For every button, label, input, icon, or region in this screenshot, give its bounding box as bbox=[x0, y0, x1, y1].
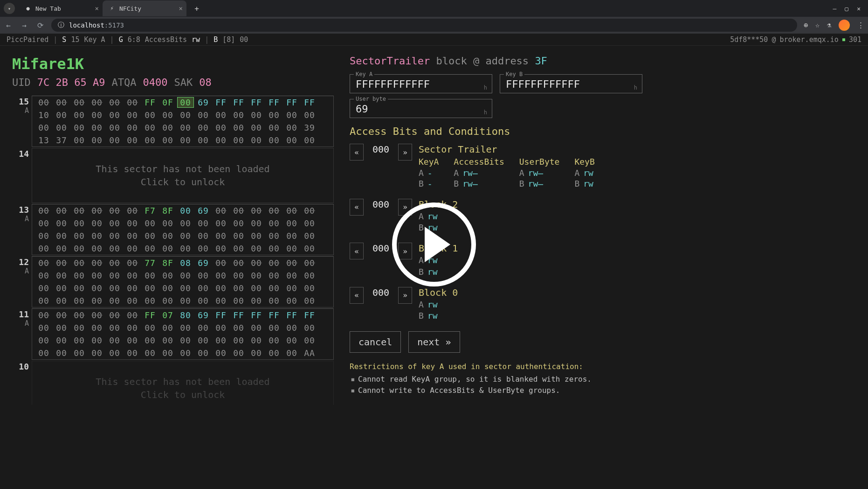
hex-byte[interactable]: 00 bbox=[231, 258, 247, 268]
user-byte-field[interactable]: User byte h bbox=[350, 99, 492, 118]
hex-byte[interactable]: 00 bbox=[71, 231, 87, 241]
hex-byte[interactable]: 8F bbox=[160, 206, 176, 216]
hex-byte[interactable]: 00 bbox=[107, 335, 123, 345]
hex-byte[interactable]: 00 bbox=[213, 258, 229, 268]
hex-byte[interactable]: 00 bbox=[302, 218, 317, 228]
hex-byte[interactable]: 00 bbox=[284, 323, 300, 333]
hex-byte[interactable]: 00 bbox=[302, 283, 317, 293]
hex-byte[interactable]: 00 bbox=[89, 123, 105, 133]
hex-byte[interactable]: 00 bbox=[160, 135, 176, 145]
hex-byte[interactable]: 00 bbox=[124, 323, 140, 333]
hex-byte[interactable]: 00 bbox=[107, 258, 123, 268]
hex-byte[interactable]: 00 bbox=[302, 244, 317, 253]
hex-byte[interactable]: 00 bbox=[89, 135, 105, 145]
browser-tab[interactable]: ⚡NFCity× bbox=[103, 0, 186, 16]
hex-byte[interactable]: 00 bbox=[89, 258, 105, 268]
hex-byte[interactable]: 00 bbox=[36, 335, 52, 345]
hex-byte[interactable]: 00 bbox=[160, 110, 176, 120]
hex-byte[interactable]: 00 bbox=[195, 231, 211, 241]
hex-byte[interactable]: 80 bbox=[178, 310, 193, 320]
hex-byte[interactable]: FF bbox=[266, 310, 282, 320]
hex-byte[interactable]: 00 bbox=[89, 206, 105, 216]
hex-byte[interactable]: 00 bbox=[178, 98, 193, 107]
hex-byte[interactable]: FF bbox=[284, 310, 300, 320]
hex-byte[interactable]: 00 bbox=[124, 231, 140, 241]
hex-byte[interactable]: 00 bbox=[195, 135, 211, 145]
hex-byte[interactable]: 00 bbox=[36, 218, 52, 228]
hex-byte[interactable]: 00 bbox=[231, 335, 247, 345]
hex-byte[interactable]: 00 bbox=[89, 310, 105, 320]
hex-byte[interactable]: 00 bbox=[107, 244, 123, 253]
hex-byte[interactable]: 00 bbox=[142, 283, 158, 293]
hex-byte[interactable]: FF bbox=[142, 98, 158, 107]
hex-byte[interactable]: 69 bbox=[195, 206, 211, 216]
window-minimize-icon[interactable]: — bbox=[833, 5, 837, 12]
hex-byte[interactable]: 00 bbox=[213, 335, 229, 345]
hex-byte[interactable]: 00 bbox=[36, 310, 52, 320]
hex-byte[interactable]: 00 bbox=[54, 310, 69, 320]
hex-byte[interactable]: 00 bbox=[71, 310, 87, 320]
hex-byte[interactable]: 00 bbox=[195, 335, 211, 345]
hex-byte[interactable]: FF bbox=[284, 98, 300, 107]
hex-byte[interactable]: 00 bbox=[178, 283, 193, 293]
bits-prev-button[interactable]: « bbox=[350, 144, 364, 161]
bits-next-button[interactable]: » bbox=[398, 243, 412, 259]
hex-byte[interactable]: 00 bbox=[124, 283, 140, 293]
hex-byte[interactable]: 00 bbox=[71, 283, 87, 293]
hex-byte[interactable]: 00 bbox=[266, 135, 282, 145]
hex-byte[interactable]: 00 bbox=[231, 123, 247, 133]
hex-byte[interactable]: 00 bbox=[231, 206, 247, 216]
hex-byte[interactable]: 00 bbox=[284, 348, 300, 358]
hex-byte[interactable]: 69 bbox=[195, 310, 211, 320]
hex-byte[interactable]: 00 bbox=[248, 271, 264, 280]
hex-byte[interactable]: 00 bbox=[142, 123, 158, 133]
hex-byte[interactable]: 00 bbox=[231, 231, 247, 241]
hex-byte[interactable]: 69 bbox=[195, 98, 211, 107]
hex-byte[interactable]: 00 bbox=[213, 231, 229, 241]
hex-byte[interactable]: 00 bbox=[284, 296, 300, 306]
forward-icon[interactable]: → bbox=[20, 21, 29, 30]
hex-byte[interactable]: 00 bbox=[302, 231, 317, 241]
hex-byte[interactable]: 00 bbox=[107, 110, 123, 120]
hex-byte[interactable]: 0F bbox=[160, 98, 176, 107]
hex-byte[interactable]: 00 bbox=[160, 231, 176, 241]
hex-byte[interactable]: 00 bbox=[231, 110, 247, 120]
hex-byte[interactable]: FF bbox=[302, 98, 317, 107]
hex-byte[interactable]: 00 bbox=[160, 335, 176, 345]
hex-byte[interactable]: 00 bbox=[54, 283, 69, 293]
hex-byte[interactable]: 00 bbox=[284, 123, 300, 133]
hex-byte[interactable]: 00 bbox=[284, 335, 300, 345]
hex-byte[interactable]: 00 bbox=[231, 296, 247, 306]
hex-byte[interactable]: FF bbox=[142, 310, 158, 320]
window-close-icon[interactable]: ✕ bbox=[857, 5, 861, 12]
hex-byte[interactable]: 08 bbox=[178, 258, 193, 268]
zoom-icon[interactable]: ⊕ bbox=[804, 21, 808, 29]
hex-byte[interactable]: 00 bbox=[248, 283, 264, 293]
hex-byte[interactable]: 00 bbox=[160, 123, 176, 133]
hex-byte[interactable]: 00 bbox=[107, 296, 123, 306]
key-a-field[interactable]: Key A h bbox=[350, 74, 492, 93]
bits-prev-button[interactable]: « bbox=[350, 199, 364, 216]
hex-byte[interactable]: 00 bbox=[195, 218, 211, 228]
hex-byte[interactable]: 00 bbox=[89, 98, 105, 107]
hex-byte[interactable]: 00 bbox=[213, 218, 229, 228]
hex-byte[interactable]: 00 bbox=[124, 335, 140, 345]
hex-byte[interactable]: 00 bbox=[178, 271, 193, 280]
hex-byte[interactable]: 00 bbox=[284, 283, 300, 293]
hex-byte[interactable]: 00 bbox=[213, 296, 229, 306]
hex-byte[interactable]: 00 bbox=[89, 271, 105, 280]
hex-byte[interactable]: 00 bbox=[266, 296, 282, 306]
next-button[interactable]: next » bbox=[408, 331, 460, 353]
hex-byte[interactable]: 00 bbox=[213, 110, 229, 120]
hex-byte[interactable]: 00 bbox=[107, 123, 123, 133]
hex-byte[interactable]: 00 bbox=[36, 348, 52, 358]
hex-byte[interactable]: 00 bbox=[89, 323, 105, 333]
hex-byte[interactable]: 69 bbox=[195, 258, 211, 268]
hex-byte[interactable]: 00 bbox=[142, 271, 158, 280]
hex-byte[interactable]: 00 bbox=[54, 231, 69, 241]
hex-byte[interactable]: 00 bbox=[54, 244, 69, 253]
hex-byte[interactable]: 00 bbox=[36, 271, 52, 280]
hex-byte[interactable]: 00 bbox=[178, 244, 193, 253]
hex-byte[interactable]: 00 bbox=[160, 244, 176, 253]
hex-byte[interactable]: 00 bbox=[107, 323, 123, 333]
